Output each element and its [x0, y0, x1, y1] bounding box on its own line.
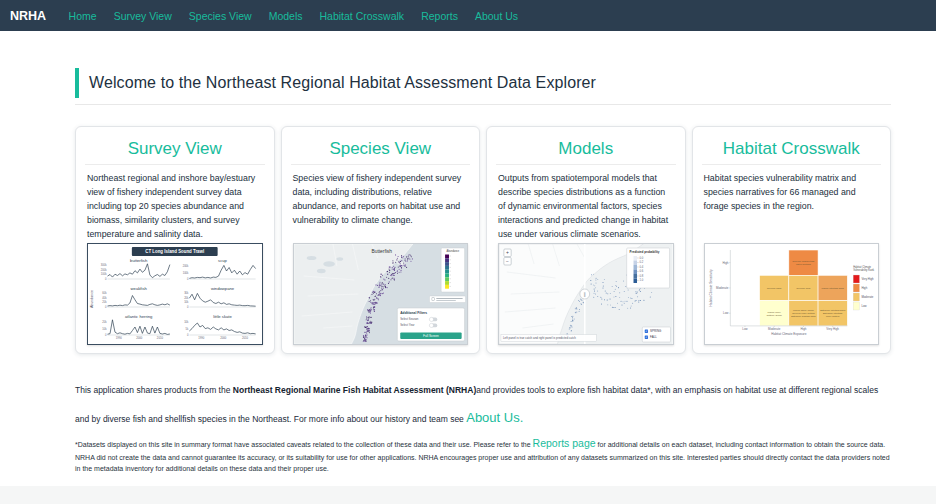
- nav-item-habitat-crosswalk[interactable]: Habitat Crosswalk: [311, 10, 413, 22]
- svg-text:native wetland: native wetland: [795, 263, 811, 266]
- models-thumbnail: ∥+−Predicted probability0.00.20.40.60.81…: [498, 243, 674, 345]
- svg-text:SPRING: SPRING: [650, 329, 662, 333]
- card-title-models: Models: [498, 139, 674, 159]
- card-species-view: Species View Species view of fishery ind…: [281, 126, 481, 354]
- nav-item-survey-view[interactable]: Survey View: [105, 10, 180, 22]
- svg-text:200k: 200k: [183, 264, 189, 268]
- svg-text:butterfish: butterfish: [130, 258, 148, 263]
- card-description-models: Outputs from spatiotemporal models that …: [498, 171, 674, 241]
- svg-text:Low: Low: [861, 304, 867, 308]
- svg-text:2010: 2010: [157, 336, 164, 340]
- heading-divider: [75, 104, 891, 105]
- brand-nrha: NRHA: [10, 9, 46, 23]
- svg-text:Predicted probability: Predicted probability: [630, 250, 660, 254]
- svg-text:40k: 40k: [102, 296, 107, 300]
- about-us-link[interactable]: About Us.: [466, 410, 523, 425]
- card-description-survey-view: Northeast regional and inshore bay/estua…: [87, 171, 263, 241]
- svg-text:10k: 10k: [184, 300, 189, 304]
- svg-text:Very High: Very High: [861, 277, 874, 281]
- footnote-paragraph: *Datasets displayed on this site in summ…: [75, 435, 893, 474]
- intro-text-1: This application shares products from th…: [75, 385, 233, 395]
- svg-text:scup: scup: [218, 258, 227, 263]
- svg-text:Abundance: Abundance: [446, 249, 459, 253]
- svg-text:rocky bottom: rocky bottom: [826, 315, 839, 318]
- svg-text:bottom <200m: bottom <200m: [766, 314, 781, 317]
- intro-bold-nrha: Northeast Regional Marine Fish Habitat A…: [233, 385, 476, 395]
- svg-text:Low: Low: [742, 327, 748, 331]
- svg-text:10k: 10k: [102, 327, 107, 331]
- svg-text:Butterfish: Butterfish: [371, 249, 392, 254]
- heading-accent-bar: [75, 68, 79, 98]
- svg-text:High: High: [722, 261, 728, 265]
- svg-text:Habitat Climate Sensitivity: Habitat Climate Sensitivity: [708, 269, 712, 306]
- card-divider: [85, 164, 265, 165]
- svg-text:1990: 1990: [116, 336, 123, 340]
- intro-paragraph: This application shares products from th…: [75, 380, 893, 435]
- svg-text:Left panel is true catch and r: Left panel is true catch and right panel…: [503, 336, 576, 340]
- top-navbar: NRHA Home Survey View Species View Model…: [0, 0, 936, 31]
- svg-text:Abundance: Abundance: [90, 290, 94, 308]
- svg-text:0.8: 0.8: [640, 274, 644, 278]
- footer-strip: [0, 486, 936, 504]
- svg-text:20k: 20k: [102, 320, 107, 324]
- page-title: Welcome to the Northeast Regional Habita…: [89, 74, 596, 92]
- card-divider: [702, 164, 882, 165]
- svg-text:Riverine mud: Riverine mud: [796, 287, 810, 290]
- feature-cards: Survey View Northeast regional and insho…: [75, 126, 891, 354]
- svg-text:CT Long Island Sound Trawl: CT Long Island Sound Trawl: [145, 249, 204, 254]
- footnote-text-1: *Datasets displayed on this site in summ…: [75, 441, 533, 448]
- svg-text:0.0: 0.0: [640, 256, 644, 260]
- card-description-habitat-crosswalk: Habitat species vulnerability matrix and…: [704, 171, 880, 213]
- svg-text:30k: 30k: [184, 291, 189, 295]
- svg-text:windowpane: windowpane: [211, 286, 235, 291]
- card-divider: [291, 164, 471, 165]
- svg-text:Marine intertidal sand: Marine intertidal sand: [821, 287, 844, 290]
- svg-text:✓: ✓: [645, 329, 647, 333]
- card-survey-view: Survey View Northeast regional and insho…: [75, 126, 275, 354]
- svg-text:Estuarine subtidal sand: Estuarine subtidal sand: [791, 315, 816, 318]
- habitat-crosswalk-thumbnail: Riverine riparian tidalnative wetlandRiv…: [704, 243, 880, 345]
- svg-text:Very High: Very High: [826, 327, 839, 331]
- card-description-species-view: Species view of fishery independent surv…: [293, 171, 469, 227]
- card-title-habitat-crosswalk: Habitat Crosswalk: [704, 139, 880, 159]
- nav-item-models[interactable]: Models: [260, 10, 311, 22]
- nav-item-species-view[interactable]: Species View: [180, 10, 260, 22]
- svg-text:Full Screen: Full Screen: [423, 334, 439, 338]
- svg-text:100k: 100k: [101, 272, 107, 276]
- card-divider: [496, 164, 676, 165]
- svg-text:2000: 2000: [136, 336, 143, 340]
- svg-text:300k: 300k: [101, 263, 107, 267]
- nav-items: Home Survey View Species View Models Hab…: [60, 10, 526, 22]
- nav-item-home[interactable]: Home: [60, 10, 105, 22]
- card-habitat-crosswalk: Habitat Crosswalk Habitat species vulner…: [692, 126, 892, 354]
- svg-text:60k: 60k: [102, 291, 107, 295]
- svg-text:FALL: FALL: [650, 335, 657, 339]
- svg-text:Moderate: Moderate: [861, 295, 873, 299]
- svg-text:✓: ✓: [645, 335, 647, 339]
- svg-text:0.6: 0.6: [640, 269, 644, 273]
- svg-text:10k: 10k: [184, 320, 189, 324]
- svg-text:1990: 1990: [198, 336, 205, 340]
- svg-text:0.4: 0.4: [640, 265, 644, 269]
- card-title-survey-view: Survey View: [87, 139, 263, 159]
- svg-text:Habitat Climate: Habitat Climate: [853, 265, 871, 269]
- page-heading: Welcome to the Northeast Regional Habita…: [75, 68, 891, 98]
- svg-text:20k: 20k: [102, 300, 107, 304]
- reports-page-link[interactable]: Reports page: [533, 437, 596, 449]
- svg-text:1.0: 1.0: [640, 278, 644, 282]
- survey-view-thumbnail: CT Long Island Sound TrawlAbundancebutte…: [87, 243, 263, 345]
- svg-text:Moderate: Moderate: [716, 286, 729, 290]
- svg-text:−: −: [506, 259, 509, 264]
- svg-text:little skate: little skate: [213, 314, 232, 319]
- svg-text:+: +: [506, 250, 509, 255]
- svg-text:Vulnerability Rank: Vulnerability Rank: [853, 268, 875, 272]
- svg-text:Additional Filters: Additional Filters: [400, 311, 427, 315]
- svg-text:Select Year: Select Year: [400, 323, 414, 327]
- svg-text:2000: 2000: [220, 336, 227, 340]
- svg-text:20k: 20k: [184, 296, 189, 300]
- nav-item-reports[interactable]: Reports: [413, 10, 467, 22]
- svg-text:Riverine sand: Riverine sand: [767, 287, 782, 290]
- nav-item-about-us[interactable]: About Us: [466, 10, 526, 22]
- card-models: Models Outputs from spatiotemporal model…: [486, 126, 686, 354]
- svg-text:200k: 200k: [101, 268, 107, 272]
